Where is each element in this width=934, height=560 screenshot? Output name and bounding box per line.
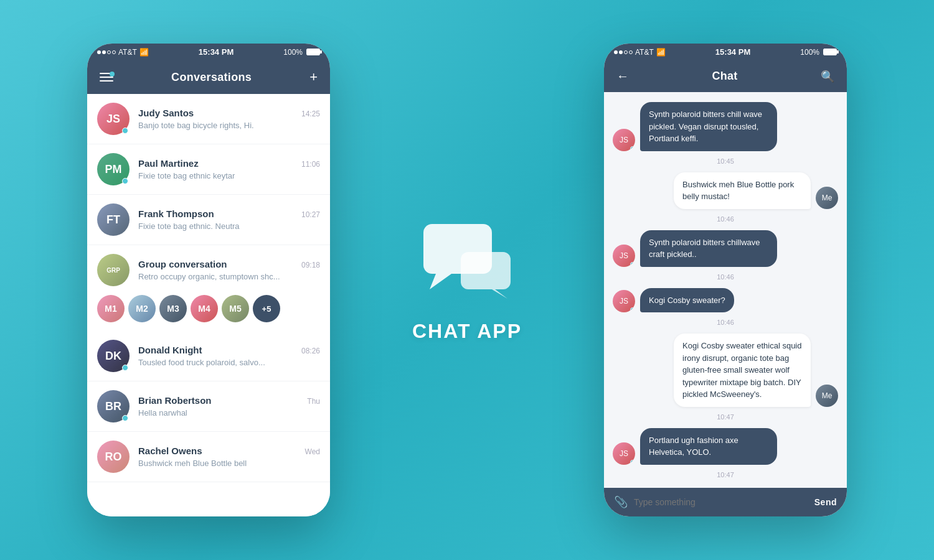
conv-time-frank: 10:27 xyxy=(301,210,320,219)
conv-preview-paul: Fixie tote bag ethnic keytar xyxy=(138,171,320,180)
msg-bubble-4: Kogi Cosby sweater? xyxy=(640,288,734,313)
msg-avatar-dot-6 xyxy=(630,460,635,465)
battery-info-right: 100% xyxy=(800,48,837,57)
conv-item-judy[interactable]: JS Judy Santos 14:25 Banjo tote bag bicy… xyxy=(87,94,330,144)
conv-name-frank: Frank Thompson xyxy=(138,208,214,219)
msg-row-6: JS Portland ugh fashion axe Helvetica, Y… xyxy=(613,428,838,465)
conv-top-rachel: Rachel Owens Wed xyxy=(138,446,320,456)
chat-input-bar: 📎 Send xyxy=(604,488,847,516)
conv-item-donald[interactable]: DK Donald Knight 08:26 Tousled food truc… xyxy=(87,331,330,381)
msg-bubble-6: Portland ugh fashion axe Helvetica, YOLO… xyxy=(640,428,777,465)
msg-avatar-dot-3 xyxy=(630,262,635,267)
avatar-wrap-paul: PM xyxy=(97,153,130,185)
menu-button[interactable] xyxy=(100,73,113,82)
conv-top-brian: Brian Robertson Thu xyxy=(138,395,320,406)
group-member-2: M2 xyxy=(128,295,156,322)
conversations-title: Conversations xyxy=(171,71,252,84)
conv-name-brian: Brian Robertson xyxy=(138,395,212,406)
conv-top-frank: Frank Thompson 10:27 xyxy=(138,208,320,219)
msg-bubble-1: Synth polaroid bitters chill wave pickle… xyxy=(640,102,777,151)
status-bar-right: AT&T 📶 15:34 PM 100% xyxy=(604,44,847,60)
rdot3 xyxy=(624,50,628,54)
conv-content-donald: Donald Knight 08:26 Tousled food truck p… xyxy=(138,345,320,367)
conv-top-judy: Judy Santos 14:25 xyxy=(138,108,320,118)
search-button[interactable]: 🔍 xyxy=(821,70,834,83)
msg-avatar-4: JS xyxy=(613,290,635,312)
chat-messages: JS Synth polaroid bitters chill wave pic… xyxy=(604,92,847,488)
chat-input-field[interactable] xyxy=(634,497,808,507)
conv-time-judy: 14:25 xyxy=(301,110,320,118)
msg-bubble-5: Kogi Cosby sweater ethical squid irony d… xyxy=(674,334,811,407)
wifi-icon-right: 📶 xyxy=(656,48,666,57)
add-conversation-button[interactable]: + xyxy=(309,69,318,85)
conv-item-paul[interactable]: PM Paul Martinez 11:06 Fixie tote bag et… xyxy=(87,144,330,195)
group-member-3: M3 xyxy=(159,295,187,322)
online-dot-brian xyxy=(122,415,128,421)
conv-time-brian: Thu xyxy=(307,397,320,406)
group-member-4: M4 xyxy=(191,295,218,322)
avatar-wrap-brian: BR xyxy=(97,390,130,422)
center-brand: CHAT APP xyxy=(380,218,554,343)
hamburger-line2 xyxy=(100,77,113,78)
battery-pct-right: 100% xyxy=(800,48,819,57)
time-right: 15:34 PM xyxy=(715,47,750,57)
avatar-wrap-frank: FT xyxy=(97,203,130,236)
back-button[interactable]: ← xyxy=(616,69,629,83)
avatar-wrap-judy: JS xyxy=(97,103,130,135)
msg-time-5: 10:47 xyxy=(613,413,838,421)
msg-avatar-5: Me xyxy=(816,385,838,407)
conv-top-paul: Paul Martinez 11:06 xyxy=(138,158,320,169)
msg-time-3: 10:46 xyxy=(613,273,838,281)
carrier-label: AT&T xyxy=(118,48,137,57)
signal-dots xyxy=(97,50,116,54)
msg-avatar-1: JS xyxy=(613,129,635,151)
attach-icon[interactable]: 📎 xyxy=(614,495,628,509)
conv-name-rachel: Rachel Owens xyxy=(138,446,202,456)
conv-time-rachel: Wed xyxy=(305,447,320,456)
rdot4 xyxy=(629,50,633,54)
conv-name-group: Group conversation xyxy=(138,259,227,269)
group-avatars-row: M1 M2 M3 M4 M5 +5 xyxy=(87,289,330,331)
conv-item-brian[interactable]: BR Brian Robertson Thu Hella narwhal xyxy=(87,381,330,432)
msg-row-2: Me Bushwick meh Blue Bottle pork belly m… xyxy=(613,172,838,209)
dot3 xyxy=(107,50,111,54)
msg-avatar-2: Me xyxy=(816,187,838,209)
avatar-group: GRP xyxy=(97,254,130,286)
msg-row-3: JS Synth polaroid bitters chillwave craf… xyxy=(613,230,838,267)
group-more-button[interactable]: +5 xyxy=(253,295,280,322)
msg-row-5: Me Kogi Cosby sweater ethical squid iron… xyxy=(613,334,838,407)
conv-content-rachel: Rachel Owens Wed Bushwick meh Blue Bottl… xyxy=(138,446,320,468)
msg-avatar-dot-4 xyxy=(630,307,635,312)
hamburger-line3 xyxy=(100,80,113,82)
conv-preview-frank: Fixie tote bag ethnic. Neutra xyxy=(138,222,320,231)
online-dot-judy xyxy=(122,128,128,134)
battery-fill-right xyxy=(824,49,836,55)
conv-content-judy: Judy Santos 14:25 Banjo tote bag bicycle… xyxy=(138,108,320,130)
avatar-wrap-donald: DK xyxy=(97,340,130,372)
conv-item-group[interactable]: GRP Group conversation 09:18 Retro occup… xyxy=(87,245,330,289)
conv-item-rachel[interactable]: RO Rachel Owens Wed Bushwick meh Blue Bo… xyxy=(87,432,330,482)
status-bar-left: AT&T 📶 15:34 PM 100% xyxy=(87,44,330,60)
conv-nav-header: Conversations + xyxy=(87,60,330,94)
conv-preview-brian: Hella narwhal xyxy=(138,408,320,418)
right-phone: AT&T 📶 15:34 PM 100% ← Chat 🔍 JS xyxy=(604,44,847,516)
brand-title: CHAT APP xyxy=(412,320,522,343)
notification-dot xyxy=(110,72,115,77)
online-dot-paul xyxy=(122,178,128,184)
avatar-wrap-group: GRP xyxy=(97,254,130,286)
conv-item-frank[interactable]: FT Frank Thompson 10:27 Fixie tote bag e… xyxy=(87,195,330,245)
chat-nav-header: ← Chat 🔍 xyxy=(604,60,847,92)
dot1 xyxy=(97,50,101,54)
msg-avatar-dot-1 xyxy=(630,146,635,151)
conv-name-judy: Judy Santos xyxy=(138,108,194,118)
conv-content-paul: Paul Martinez 11:06 Fixie tote bag ethni… xyxy=(138,158,320,180)
msg-time-6: 10:47 xyxy=(613,471,838,478)
send-button[interactable]: Send xyxy=(814,497,837,507)
msg-bubble-3: Synth polaroid bitters chillwave craft p… xyxy=(640,230,777,267)
carrier-label-right: AT&T xyxy=(635,48,654,57)
conversation-list: JS Judy Santos 14:25 Banjo tote bag bicy… xyxy=(87,94,330,516)
rdot1 xyxy=(614,50,618,54)
conv-preview-rachel: Bushwick meh Blue Bottle bell xyxy=(138,459,320,468)
msg-row-4: JS Kogi Cosby sweater? xyxy=(613,288,838,313)
conv-time-group: 09:18 xyxy=(301,261,320,269)
